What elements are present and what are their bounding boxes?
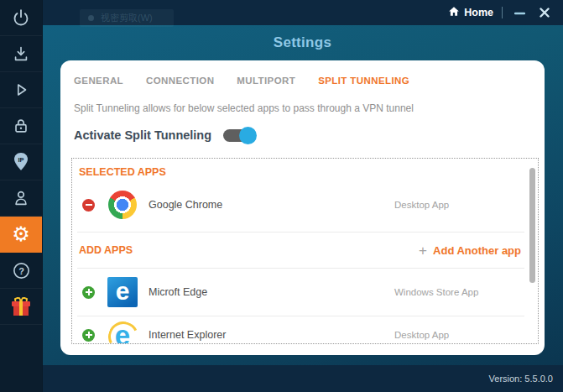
app-name: Microft Edge	[149, 286, 394, 298]
sidebar-item-download[interactable]	[0, 36, 42, 72]
home-button[interactable]: Home	[448, 6, 493, 19]
settings-card: GENERAL CONNECTION MULTIPORT SPLIT TUNNE…	[60, 60, 545, 355]
tab-split-tunneling[interactable]: SPLIT TUNNELING	[318, 76, 409, 86]
sidebar: IP ⚙ ?	[0, 0, 43, 392]
sidebar-item-lock[interactable]	[0, 108, 42, 144]
app-row-google-chrome: Google Chrome Desktop App	[77, 178, 524, 233]
titlebar-divider	[502, 7, 503, 18]
chrome-logo-icon	[107, 191, 138, 219]
ip-pin-icon: IP	[11, 151, 31, 173]
help-icon: ?	[12, 261, 31, 280]
title-bar: Home	[42, 0, 563, 25]
play-icon	[12, 81, 30, 99]
add-apps-header: ADD APPS + Add Another app	[77, 233, 524, 269]
edge-logo-icon: e	[107, 277, 138, 307]
tab-general[interactable]: GENERAL	[74, 76, 123, 86]
minimize-button[interactable]	[511, 4, 528, 21]
sidebar-item-ip-location[interactable]: IP	[0, 144, 42, 180]
settings-tabs: GENERAL CONNECTION MULTIPORT SPLIT TUNNE…	[74, 76, 531, 86]
app-type: Windows Store App	[394, 287, 524, 297]
sidebar-item-gift[interactable]	[0, 289, 42, 325]
apps-list-container: SELECTED APPS Google Chrome Desktop App …	[71, 158, 539, 344]
app-name: Google Chrome	[149, 199, 394, 211]
page-title: Settings	[42, 25, 563, 51]
sidebar-item-play[interactable]	[0, 72, 42, 108]
split-tunneling-toggle[interactable]	[223, 129, 255, 142]
sidebar-item-power[interactable]	[0, 0, 42, 36]
plus-icon: +	[419, 243, 427, 258]
home-icon	[448, 6, 460, 19]
sidebar-item-settings[interactable]: ⚙	[0, 217, 42, 253]
add-app-button[interactable]	[82, 329, 95, 342]
version-label: Version: 5.5.0.0	[489, 374, 553, 384]
user-icon	[12, 189, 30, 207]
activate-row: Activate Split Tunneling	[74, 128, 531, 142]
sidebar-item-account[interactable]	[0, 180, 42, 217]
sidebar-item-help[interactable]: ?	[0, 253, 42, 289]
gear-icon: ⚙	[12, 224, 30, 244]
ie-logo-icon: e	[107, 321, 138, 344]
remove-app-button[interactable]	[82, 199, 95, 212]
main-area: Settings GENERAL CONNECTION MULTIPORT SP…	[42, 25, 563, 365]
ip-pin-label: IP	[18, 156, 23, 164]
toggle-knob	[239, 127, 257, 144]
apps-scrollbar[interactable]	[529, 168, 535, 283]
add-apps-heading: ADD APPS	[79, 244, 133, 256]
tab-multiport[interactable]: MULTIPORT	[237, 76, 295, 86]
close-button[interactable]	[536, 4, 553, 21]
close-icon	[540, 8, 550, 18]
add-another-app-button[interactable]: + Add Another app	[419, 243, 521, 258]
add-app-button[interactable]	[82, 286, 95, 299]
help-glyph: ?	[18, 265, 24, 275]
split-tunneling-description: Split Tunneling allows for below selecte…	[74, 102, 531, 114]
app-row-microsoft-edge: e Microft Edge Windows Store App	[77, 269, 524, 316]
tab-connection[interactable]: CONNECTION	[146, 76, 214, 86]
app-type: Desktop App	[394, 200, 524, 210]
gift-icon	[12, 298, 30, 316]
app-type: Desktop App	[394, 330, 524, 340]
download-icon	[12, 44, 30, 63]
status-bar: Version: 5.5.0.0	[42, 365, 563, 392]
app-row-internet-explorer: e Internet Explorer Desktop App	[77, 316, 524, 344]
selected-apps-heading: SELECTED APPS	[79, 166, 524, 178]
power-icon	[11, 8, 31, 28]
minimize-icon	[514, 8, 525, 18]
app-window: IP ⚙ ?	[0, 0, 563, 392]
lock-icon	[12, 117, 30, 135]
home-label: Home	[464, 7, 493, 18]
activate-label: Activate Split Tunneling	[74, 128, 211, 142]
add-another-app-label: Add Another app	[433, 244, 521, 257]
app-name: Internet Explorer	[149, 329, 394, 341]
